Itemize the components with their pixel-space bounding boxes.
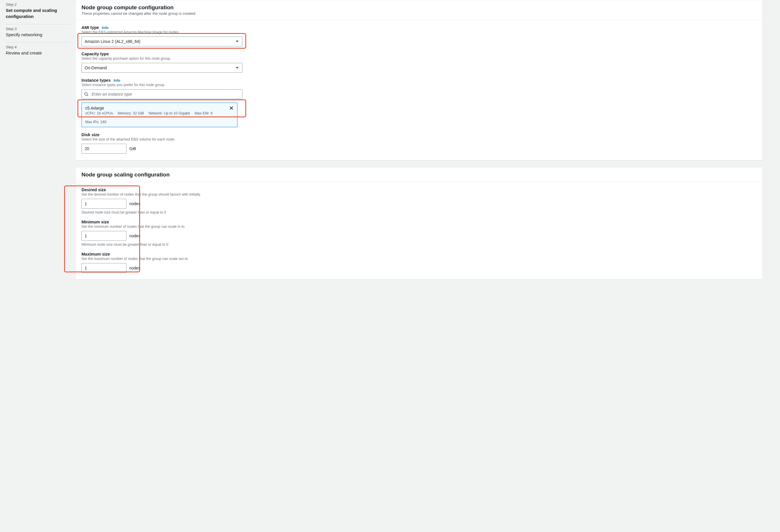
instance-type-token: c5.4xlarge vCPU: 16 vCPUs Memory: 32 GiB… <box>82 103 238 127</box>
input-value: 1 <box>85 266 87 270</box>
desired-size-field: Desired size Set the desired number of n… <box>82 188 757 214</box>
panel-title: Node group compute configuration <box>82 4 757 11</box>
field-desc: Set the minimum number of nodes that the… <box>82 224 757 229</box>
token-name: c5.4xlarge <box>85 106 226 110</box>
remove-instance-type-button[interactable] <box>229 106 234 111</box>
field-label: AMI type <box>82 25 99 30</box>
field-hint: Minimum node size must be greater than o… <box>82 243 757 247</box>
field-desc: Select the EKS-optimized Amazon Machine … <box>82 30 757 34</box>
step-2[interactable]: Step 2 Set compute and scaling configura… <box>6 0 69 24</box>
field-desc: Set the desired number of nodes that the… <box>82 193 757 197</box>
field-desc: Select instance types you prefer for thi… <box>82 83 757 87</box>
compute-config-panel: Node group compute configuration These p… <box>76 0 763 160</box>
field-label: Minimum size <box>82 220 109 224</box>
field-desc: Select the size of the attached EBS volu… <box>82 137 757 142</box>
field-label: Disk size <box>82 132 99 137</box>
step-number: Step 3 <box>6 26 69 31</box>
minimum-size-field: Minimum size Set the minimum number of n… <box>82 220 757 247</box>
unit-label: nodes <box>129 201 140 206</box>
disk-size-input[interactable]: 20 <box>82 144 127 154</box>
field-label: Maximum size <box>82 252 110 256</box>
field-label: Capacity type <box>82 52 109 56</box>
disk-size-field: Disk size Select the size of the attache… <box>82 132 757 154</box>
search-icon <box>84 92 89 97</box>
input-value: 1 <box>85 201 87 206</box>
scaling-config-panel: Node group scaling configuration Desired… <box>76 167 763 280</box>
token-max-eni: Max ENI: 8 <box>195 111 212 115</box>
token-vcpu: vCPU: 16 vCPUs <box>85 111 113 115</box>
ami-type-field: AMI type Info Select the EKS-optimized A… <box>82 25 757 46</box>
field-label: Desired size <box>82 188 106 192</box>
field-hint: Desired node size must be greater than o… <box>82 210 757 214</box>
step-title: Review and create <box>6 50 69 56</box>
minimum-size-input[interactable]: 1 <box>82 231 127 241</box>
token-memory: Memory: 32 GiB <box>118 111 144 115</box>
svg-line-1 <box>87 95 88 96</box>
maximum-size-input[interactable]: 1 <box>82 263 127 273</box>
unit-label: nodes <box>129 233 140 238</box>
maximum-size-field: Maximum size Set the maximum number of n… <box>82 252 757 273</box>
step-4[interactable]: Step 4 Review and create <box>6 43 69 61</box>
field-desc: Select the capacity purchase option for … <box>82 56 757 61</box>
ami-type-select[interactable]: Amazon Linux 2 (AL2_x86_64) <box>82 37 242 46</box>
desired-size-input[interactable]: 1 <box>82 199 127 209</box>
field-desc: Set the maximum number of nodes that the… <box>82 257 757 261</box>
instance-types-field: Instance types Info Select instance type… <box>82 78 757 127</box>
info-link[interactable]: Info <box>102 26 108 30</box>
caret-down-icon <box>236 41 239 42</box>
input-value: 20 <box>85 146 89 151</box>
select-value: Amazon Linux 2 (AL2_x86_64) <box>85 39 140 44</box>
select-value: On-Demand <box>85 65 107 70</box>
capacity-type-field: Capacity type Select the capacity purcha… <box>82 52 757 73</box>
token-network: Network: Up to 10 Gigabit <box>148 111 190 115</box>
search-placeholder: Enter an instance type <box>92 92 132 97</box>
unit-label: GiB <box>129 146 136 151</box>
input-value: 1 <box>85 233 87 238</box>
caret-down-icon <box>236 67 239 69</box>
step-title: Set compute and scaling configuration <box>6 7 69 19</box>
instance-types-search[interactable]: Enter an instance type <box>82 89 242 99</box>
token-max-ips: Max IPs: 240 <box>85 120 106 124</box>
panel-subtitle: These properties cannot be changed after… <box>82 11 757 16</box>
step-number: Step 2 <box>6 2 69 7</box>
unit-label: nodes <box>129 266 140 270</box>
wizard-sidebar: Step 2 Set compute and scaling configura… <box>0 0 76 532</box>
svg-point-0 <box>85 93 87 95</box>
info-link[interactable]: Info <box>114 78 120 83</box>
capacity-type-select[interactable]: On-Demand <box>82 63 242 73</box>
step-title: Specify networking <box>6 32 69 38</box>
panel-title: Node group scaling configuration <box>82 171 757 178</box>
main-content: Node group compute configuration These p… <box>76 0 780 532</box>
step-3[interactable]: Step 3 Specify networking <box>6 24 69 43</box>
step-number: Step 4 <box>6 45 69 49</box>
field-label: Instance types <box>82 78 111 83</box>
